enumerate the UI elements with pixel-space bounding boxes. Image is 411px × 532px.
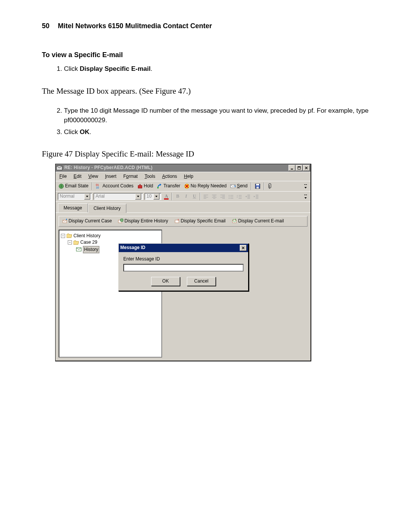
tab-message[interactable]: Message [58, 203, 88, 212]
window-controls [288, 165, 310, 171]
align-right-button[interactable] [219, 193, 226, 200]
floppy-icon [255, 184, 260, 189]
svg-text:01: 01 [96, 184, 99, 186]
menu-bar: File Edit View Insert Format Tools Actio… [56, 172, 311, 181]
menu-view[interactable]: View [87, 173, 100, 180]
document-page: 50Mitel Networks 6150 Mulitmedia Contact… [0, 0, 411, 532]
italic-button[interactable]: I [183, 193, 190, 200]
message-id-dialog: Message ID Enter Message ID OK Cancel [118, 243, 249, 291]
steps-list-1: Click Display Specific E-mail. [64, 64, 369, 74]
paragraph-1: The Message ID box appears. (See Figure … [42, 85, 369, 97]
menu-file[interactable]: File [58, 173, 68, 180]
tree-collapse-icon[interactable]: − [61, 234, 65, 238]
maximize-button[interactable] [296, 165, 303, 171]
size-combo[interactable]: 10 [145, 193, 161, 200]
window-title: RE: History - PFCyberAED.ACD (HTML) [64, 165, 288, 171]
tree-root-label: Client History [73, 233, 100, 239]
step-1-prefix: Click [64, 65, 80, 72]
mail-refresh-icon [232, 219, 237, 224]
numbering-button[interactable]: 12 [236, 193, 243, 200]
dialog-buttons: OK Cancel [123, 277, 244, 286]
minimize-button[interactable] [288, 165, 295, 171]
align-center-button[interactable] [211, 193, 218, 200]
close-button[interactable] [303, 165, 310, 171]
menu-actions[interactable]: Actions [161, 173, 178, 180]
tree-root[interactable]: − Client History [61, 233, 160, 239]
mail-question-icon: ? [174, 219, 180, 224]
dialog-close-button[interactable] [240, 245, 247, 251]
svg-text:?: ? [177, 219, 179, 222]
font-color-button[interactable]: A [163, 193, 170, 200]
mail-icon [76, 248, 81, 251]
chevron-double-icon [304, 194, 307, 199]
step-3-prefix: Click [64, 128, 80, 136]
font-combo[interactable]: Arial [94, 193, 143, 200]
hold-button[interactable]: Hold [137, 183, 154, 189]
display-entire-history-button[interactable]: Display Entire History [117, 218, 169, 224]
message-id-input[interactable] [123, 264, 244, 272]
account-codes-button[interactable]: 0110 Account Codes [95, 183, 134, 189]
align-left-button[interactable] [202, 193, 209, 200]
menu-format[interactable]: Format [122, 173, 139, 180]
transfer-button[interactable]: Transfer [156, 183, 181, 189]
display-entire-history-label: Display Entire History [124, 218, 168, 224]
display-current-case-button[interactable]: Display Current Case [61, 218, 113, 224]
bold-button[interactable]: B [174, 193, 181, 200]
globe-icon [59, 184, 64, 189]
toolbar-separator [251, 182, 252, 190]
binary-icon: 0110 [96, 184, 101, 189]
dialog-title: Message ID [120, 244, 240, 251]
tree-case-label: Case 29 [80, 239, 97, 246]
size-value: 10 [147, 193, 151, 200]
tab-client-history[interactable]: Client History [88, 204, 126, 213]
section-title: To view a Specific E-mail [42, 50, 369, 60]
menu-insert[interactable]: Insert [104, 173, 118, 180]
menu-help[interactable]: Help [182, 173, 195, 180]
transfer-label: Transfer [163, 183, 180, 189]
chevron-down-icon [84, 193, 90, 200]
step-1-suffix: . [151, 65, 153, 72]
style-combo[interactable]: Normal [58, 193, 92, 200]
tree-history-label: History [83, 246, 99, 253]
hold-label: Hold [144, 183, 153, 189]
indent-button[interactable] [253, 193, 260, 200]
ok-button[interactable]: OK [151, 277, 180, 286]
attach-button[interactable] [267, 183, 273, 189]
cancel-button[interactable]: Cancel [187, 277, 216, 286]
display-specific-email-button[interactable]: ? Display Specific Email [174, 218, 226, 224]
svg-point-16 [229, 198, 229, 199]
toolbar-separator [92, 182, 92, 190]
app-window: RE: History - PFCyberAED.ACD (HTML) File… [55, 164, 311, 361]
envelope-icon [56, 165, 62, 171]
format-overflow[interactable] [303, 194, 308, 199]
step-3-suffix: . [89, 128, 91, 136]
underline-button[interactable]: U [191, 193, 198, 200]
steps-list-2: Type the 10 digit Message ID number of t… [64, 106, 369, 137]
no-reply-icon [184, 184, 190, 189]
menu-tools[interactable]: Tools [143, 173, 157, 180]
bullets-button[interactable] [228, 193, 234, 200]
page-number: 50 [42, 22, 49, 30]
email-state-button[interactable]: Email State [58, 183, 89, 189]
step-1-bold: Display Specific E-mail [80, 65, 151, 72]
transfer-icon [157, 184, 162, 189]
tab-bar: Message Client History [56, 201, 311, 212]
style-value: Normal [60, 193, 75, 200]
email-state-label: Email State [65, 183, 88, 189]
svg-rect-13 [256, 187, 259, 189]
toolbar-main: Email State 0110 Account Codes Hold Tran… [56, 181, 311, 191]
send-button[interactable]: Send [229, 183, 248, 189]
hold-icon [137, 184, 143, 189]
toolbar-overflow[interactable] [303, 184, 308, 189]
svg-point-8 [157, 187, 159, 189]
menu-edit[interactable]: Edit [72, 173, 83, 180]
svg-rect-7 [138, 185, 142, 188]
account-codes-label: Account Codes [102, 183, 133, 189]
no-reply-button[interactable]: No Reply Needed [183, 183, 228, 189]
display-current-email-button[interactable]: Display Current E-mail [231, 218, 285, 224]
outdent-button[interactable] [244, 193, 251, 200]
tree-collapse-icon[interactable]: − [68, 240, 72, 244]
display-specific-email-label: Display Specific Email [181, 218, 226, 224]
svg-rect-12 [256, 184, 259, 185]
save-button[interactable] [254, 184, 261, 189]
